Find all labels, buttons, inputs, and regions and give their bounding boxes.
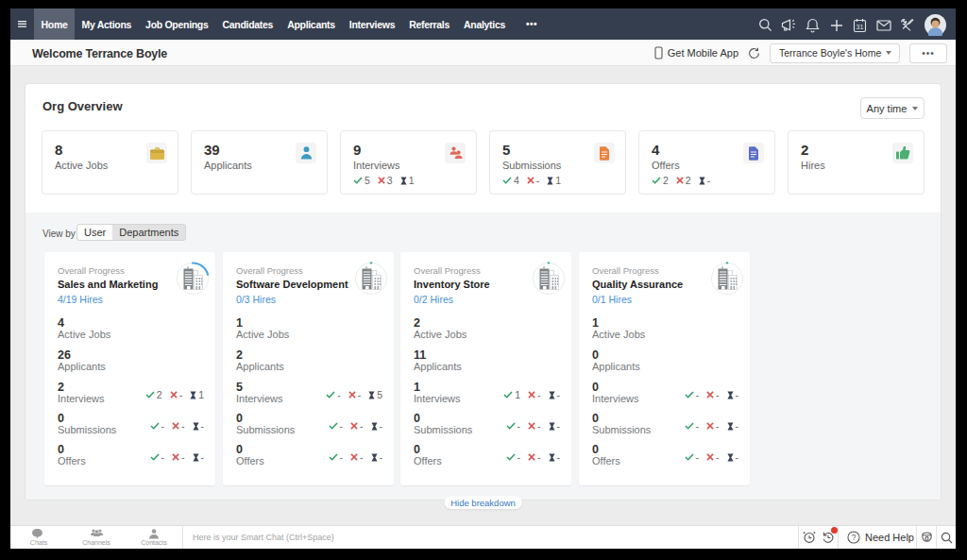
svg-text:?: ? (852, 533, 857, 542)
svg-text:31: 31 (857, 23, 864, 29)
